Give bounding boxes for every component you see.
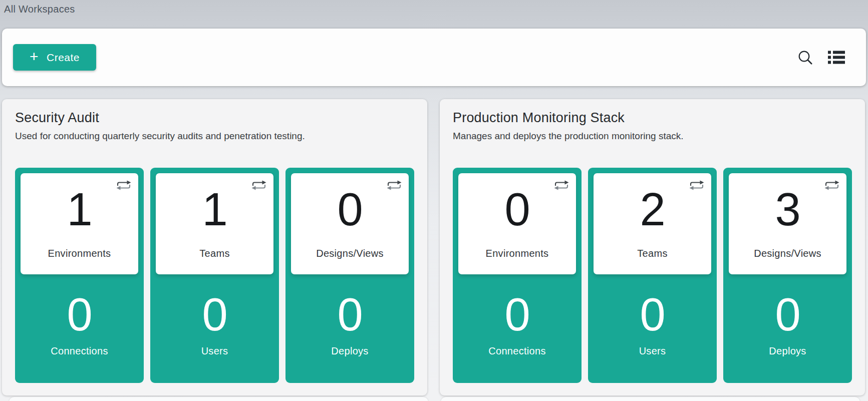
swap-horizontal-icon[interactable] (251, 179, 267, 193)
stat-tile-top: 2 Teams (594, 173, 711, 274)
stat-label: Designs/Views (754, 248, 821, 259)
stat-value: 3 (775, 186, 800, 232)
stat-tiles: 1 Environments 0 Connections (15, 168, 414, 383)
workspace-title: Security Audit (15, 110, 414, 126)
list-view-icon[interactable] (828, 51, 845, 64)
stat-tile-teams[interactable]: 1 Teams 0 Users (150, 168, 279, 383)
workspace-description: Manages and deploys the production monit… (453, 131, 852, 142)
stat-tile-bottom: 0 Deploys (729, 274, 846, 377)
workspace-grid: Security Audit Used for conducting quart… (2, 99, 865, 395)
stat-value: 2 (640, 186, 665, 232)
stat-value: 0 (640, 291, 665, 337)
toolbar: + Create (2, 29, 866, 86)
swap-horizontal-icon[interactable] (689, 179, 705, 193)
workspace-card-peek (9, 397, 428, 401)
stat-value: 0 (202, 291, 227, 337)
swap-horizontal-icon[interactable] (553, 179, 569, 193)
stat-tile-designs-views[interactable]: 0 Designs/Views 0 Deploys (285, 168, 414, 383)
create-button[interactable]: + Create (13, 44, 96, 71)
stat-tiles: 0 Environments 0 Connections (453, 168, 852, 383)
stat-value: 0 (67, 291, 92, 337)
create-button-label: Create (47, 52, 80, 64)
stat-label: Connections (488, 345, 545, 357)
stat-value: 0 (504, 186, 529, 232)
stat-tile-environments[interactable]: 0 Environments 0 Connections (453, 168, 582, 383)
stat-tile-top: 0 Environments (458, 173, 576, 274)
stat-label: Teams (199, 248, 229, 259)
stat-value: 0 (504, 291, 529, 337)
stat-tile-bottom: 0 Users (594, 274, 711, 377)
page-title: All Workspaces (0, 0, 868, 16)
next-row-cards-peek (9, 397, 860, 401)
stat-value: 0 (337, 186, 362, 232)
stat-label: Users (639, 345, 666, 357)
workspace-description: Used for conducting quarterly security a… (15, 131, 414, 142)
workspace-title: Production Monitoring Stack (453, 110, 852, 126)
stat-tile-top: 0 Designs/Views (291, 173, 409, 274)
stat-tile-top: 1 Environments (21, 173, 138, 274)
stat-label: Users (201, 345, 228, 357)
swap-horizontal-icon[interactable] (386, 179, 402, 193)
stat-tile-top: 1 Teams (156, 173, 273, 274)
workspace-card-security-audit[interactable]: Security Audit Used for conducting quart… (2, 99, 427, 395)
plus-icon: + (30, 49, 39, 64)
stat-tile-environments[interactable]: 1 Environments 0 Connections (15, 168, 144, 383)
stat-label: Deploys (331, 345, 368, 357)
stat-tile-bottom: 0 Connections (458, 274, 576, 377)
stat-value: 0 (775, 291, 800, 337)
swap-horizontal-icon[interactable] (824, 179, 840, 193)
stat-value: 1 (202, 186, 227, 232)
stat-tile-bottom: 0 Connections (21, 274, 138, 377)
stat-value: 1 (67, 186, 92, 232)
stat-tile-teams[interactable]: 2 Teams 0 Users (588, 168, 717, 383)
workspace-card-production-monitoring-stack[interactable]: Production Monitoring Stack Manages and … (440, 99, 865, 395)
stat-tile-bottom: 0 Deploys (291, 274, 409, 377)
workspace-card-peek (441, 397, 860, 401)
stat-value: 0 (337, 291, 362, 337)
stat-tile-bottom: 0 Users (156, 274, 273, 377)
search-icon[interactable] (797, 50, 813, 65)
toolbar-icons (797, 50, 845, 65)
stat-tile-top: 3 Designs/Views (729, 173, 846, 274)
stat-tile-designs-views[interactable]: 3 Designs/Views 0 Deploys (723, 168, 852, 383)
stat-label: Teams (637, 248, 667, 259)
stat-label: Connections (51, 345, 108, 357)
stat-label: Environments (486, 248, 549, 259)
stat-label: Environments (48, 248, 111, 259)
stat-label: Deploys (769, 345, 806, 357)
swap-horizontal-icon[interactable] (116, 179, 132, 193)
stat-label: Designs/Views (316, 248, 384, 259)
